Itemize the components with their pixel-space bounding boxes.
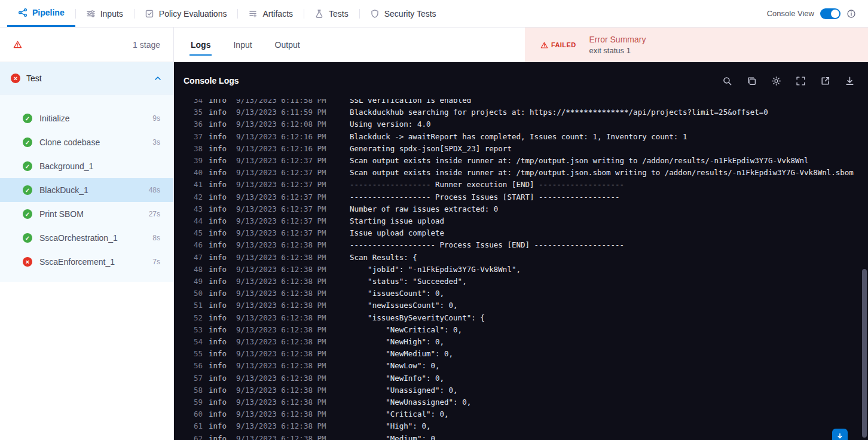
- log-message: Issue upload complete: [350, 227, 444, 239]
- content-area: 1 stage × Test ✓Initialize9s✓Clone codeb…: [0, 28, 868, 440]
- log-level: info: [209, 118, 229, 130]
- log-line-number: 59: [186, 396, 203, 408]
- log-line-number: 52: [186, 312, 203, 324]
- nav-tab-label: Artifacts: [262, 9, 293, 19]
- log-message: "NewLow": 0,: [350, 360, 440, 372]
- log-timestamp: 9/13/2023 6:12:38 PM: [236, 336, 331, 348]
- log-level: info: [209, 420, 229, 432]
- console-header: Console Logs: [174, 62, 868, 99]
- failed-badge: FAILED: [540, 41, 576, 49]
- info-icon[interactable]: [846, 9, 856, 19]
- log-line: 37info9/13/2023 6:12:16 PMBlackduck -> a…: [186, 131, 868, 143]
- log-line: 46info9/13/2023 6:12:38 PM--------------…: [186, 239, 868, 251]
- step-item-background-1[interactable]: ✓Background_1: [0, 154, 173, 178]
- log-timestamp: 9/13/2023 6:12:38 PM: [236, 312, 331, 324]
- tab-input[interactable]: Input: [232, 36, 253, 53]
- log-level: info: [209, 239, 229, 251]
- step-name: SscaEnforcement_1: [39, 257, 145, 267]
- nav-tab-artifacts[interactable]: Artifacts: [237, 0, 304, 27]
- log-line: 35info9/13/2023 6:11:59 PMBlackduckhub s…: [186, 106, 868, 118]
- log-timestamp: 9/13/2023 6:12:38 PM: [236, 239, 331, 251]
- tab-output[interactable]: Output: [274, 36, 301, 53]
- download-icon[interactable]: [845, 76, 855, 86]
- tab-logs[interactable]: Logs: [190, 36, 212, 53]
- copy-icon[interactable]: [747, 76, 757, 86]
- security-icon: [370, 9, 380, 19]
- log-timestamp: 9/13/2023 6:12:37 PM: [236, 215, 331, 227]
- log-level: info: [209, 203, 229, 215]
- log-message: "newIssuesCount": 0,: [350, 300, 458, 311]
- log-level: info: [209, 408, 229, 420]
- log-line-number: 45: [186, 227, 203, 239]
- log-line: 60info9/13/2023 6:12:38 PM "Critical": 0…: [186, 408, 868, 420]
- log-line: 58info9/13/2023 6:12:38 PM "Unassigned":…: [186, 384, 868, 396]
- stage-group-test[interactable]: × Test: [0, 62, 173, 94]
- log-level: info: [209, 433, 229, 440]
- log-level: info: [209, 384, 229, 396]
- nav-tab-label: Inputs: [100, 9, 123, 19]
- console-scrollbar-thumb[interactable]: [862, 269, 867, 438]
- log-message: "NewUnassigned": 0,: [350, 396, 471, 408]
- nav-tab-policy-evaluations[interactable]: Policy Evaluations: [134, 0, 238, 27]
- log-timestamp: 9/13/2023 6:12:38 PM: [236, 408, 331, 420]
- log-line: 40info9/13/2023 6:12:37 PMScan output ex…: [186, 167, 868, 179]
- console-view-toggle[interactable]: [820, 8, 841, 19]
- nav-tab-label: Security Tests: [384, 9, 436, 19]
- log-viewport[interactable]: 34info9/13/2023 6:11:58 PMSSL verificati…: [174, 99, 868, 440]
- log-timestamp: 9/13/2023 6:12:38 PM: [236, 360, 331, 372]
- log-line-number: 42: [186, 191, 203, 203]
- log-message: "issuesBySeverityCount": {: [350, 312, 485, 324]
- fullscreen-icon[interactable]: [796, 76, 806, 86]
- log-line: 42info9/13/2023 6:12:37 PM--------------…: [186, 191, 868, 203]
- log-level: info: [209, 99, 229, 106]
- log-line: 55info9/13/2023 6:12:38 PM "NewMedium": …: [186, 348, 868, 360]
- log-timestamp: 9/13/2023 6:12:38 PM: [236, 300, 331, 311]
- error-summary-title: Error Summary: [589, 35, 646, 44]
- log-line-number: 36: [186, 118, 203, 130]
- nav-tab-pipeline[interactable]: Pipeline: [7, 0, 75, 27]
- log-line: 48info9/13/2023 6:12:38 PM "jobId": "-n1…: [186, 264, 868, 276]
- step-item-sscaenforcement-1[interactable]: ×SscaEnforcement_17s: [0, 250, 173, 274]
- step-item-print-sbom[interactable]: ✓Print SBOM27s: [0, 202, 173, 226]
- log-line-number: 54: [186, 336, 203, 348]
- settings-icon[interactable]: [771, 76, 781, 86]
- log-timestamp: 9/13/2023 6:12:38 PM: [236, 396, 331, 408]
- step-name: Initialize: [39, 114, 145, 123]
- console-view-control: Console View: [767, 0, 856, 27]
- nav-tab-tests[interactable]: Tests: [304, 0, 359, 27]
- log-line: 39info9/13/2023 6:12:37 PMScan output ex…: [186, 155, 868, 167]
- log-line: 61info9/13/2023 6:12:38 PM "High": 0,: [186, 420, 868, 432]
- nav-tab-security-tests[interactable]: Security Tests: [359, 0, 447, 27]
- log-line: 52info9/13/2023 6:12:38 PM "issuesBySeve…: [186, 312, 868, 324]
- step-name: SscaOrchestration_1: [39, 233, 145, 243]
- log-line-number: 47: [186, 252, 203, 264]
- log-line-number: 58: [186, 384, 203, 396]
- log-message: Number of raw issues extracted: 0: [350, 203, 498, 215]
- failed-icon: ×: [23, 257, 32, 267]
- step-name: BlackDuck_1: [39, 185, 142, 195]
- log-message: ------------------ Runner execution [END…: [350, 179, 624, 191]
- main-tabs: LogsInputOutput: [190, 28, 322, 62]
- console-title: Console Logs: [184, 76, 239, 85]
- error-banner: FAILED Error Summary exit status 1: [525, 28, 868, 62]
- success-icon: ✓: [23, 209, 32, 219]
- chevron-up-icon[interactable]: [153, 74, 163, 83]
- log-level: info: [209, 143, 229, 155]
- log-timestamp: 9/13/2023 6:12:08 PM: [236, 118, 331, 130]
- scroll-to-bottom-button[interactable]: [832, 429, 848, 440]
- step-name: Print SBOM: [39, 209, 142, 219]
- step-item-blackduck-1[interactable]: ✓BlackDuck_148s: [0, 178, 173, 202]
- open-in-new-icon[interactable]: [820, 76, 830, 86]
- nav-tab-inputs[interactable]: Inputs: [75, 0, 134, 27]
- log-message: "issuesCount": 0,: [350, 288, 444, 300]
- log-level: info: [209, 155, 229, 167]
- log-level: info: [209, 312, 229, 324]
- step-item-sscaorchestration-1[interactable]: ✓SscaOrchestration_18s: [0, 226, 173, 250]
- search-icon[interactable]: [722, 76, 732, 86]
- log-level: info: [209, 372, 229, 384]
- policy-icon: [145, 9, 154, 19]
- log-line-number: 38: [186, 143, 203, 155]
- step-item-clone-codebase[interactable]: ✓Clone codebase3s: [0, 130, 173, 154]
- log-message: "NewHigh": 0,: [350, 336, 444, 348]
- step-item-initialize[interactable]: ✓Initialize9s: [0, 106, 173, 130]
